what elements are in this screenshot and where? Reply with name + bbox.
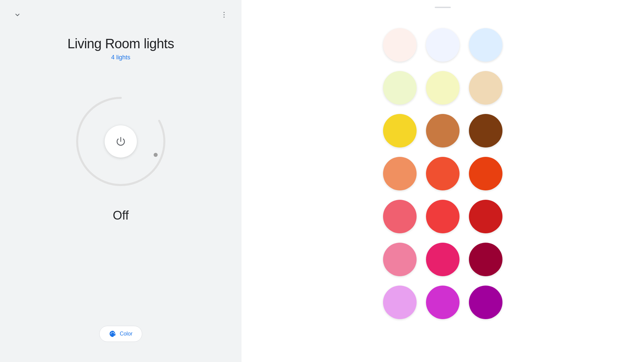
svg-point-1 bbox=[224, 14, 225, 15]
color-magenta[interactable] bbox=[426, 286, 460, 319]
svg-point-4 bbox=[154, 153, 158, 157]
back-button[interactable] bbox=[11, 8, 24, 21]
color-button[interactable]: Color bbox=[99, 326, 142, 342]
color-yellow[interactable] bbox=[383, 114, 417, 147]
svg-point-6 bbox=[111, 332, 112, 333]
color-salmon[interactable] bbox=[383, 200, 417, 233]
color-coral[interactable] bbox=[426, 157, 460, 190]
color-red[interactable] bbox=[469, 200, 502, 233]
more-icon bbox=[220, 11, 228, 19]
power-icon bbox=[115, 135, 127, 147]
color-lavender[interactable] bbox=[383, 286, 417, 319]
color-orange-brown[interactable] bbox=[426, 114, 460, 147]
color-light-orange[interactable] bbox=[383, 157, 417, 190]
color-white[interactable] bbox=[426, 28, 460, 62]
palette-icon bbox=[109, 330, 116, 338]
svg-point-0 bbox=[224, 12, 225, 13]
color-dark-brown[interactable] bbox=[469, 114, 502, 147]
power-button[interactable] bbox=[105, 125, 137, 158]
room-title: Living Room lights bbox=[67, 36, 174, 51]
color-warm-white[interactable] bbox=[383, 28, 417, 62]
svg-point-2 bbox=[224, 17, 225, 18]
color-pale-yellow[interactable] bbox=[426, 71, 460, 105]
chevron-down-icon bbox=[13, 11, 21, 19]
color-cool-white[interactable] bbox=[469, 28, 502, 62]
color-grid bbox=[383, 21, 502, 326]
drag-handle bbox=[435, 7, 451, 8]
color-tomato[interactable] bbox=[426, 200, 460, 233]
color-crimson[interactable] bbox=[469, 243, 502, 276]
svg-point-8 bbox=[114, 333, 115, 334]
right-panel bbox=[241, 0, 644, 362]
lights-count: 4 lights bbox=[67, 54, 174, 61]
svg-point-5 bbox=[110, 333, 111, 334]
color-warm-tan[interactable] bbox=[469, 71, 502, 105]
off-label: Off bbox=[113, 208, 128, 223]
title-section: Living Room lights 4 lights bbox=[67, 36, 174, 61]
color-deep-orange[interactable] bbox=[469, 157, 502, 190]
color-hot-pink[interactable] bbox=[426, 243, 460, 276]
left-panel: Living Room lights 4 lights Off Color bbox=[0, 0, 241, 362]
color-button-label: Color bbox=[120, 331, 132, 337]
color-light-pink[interactable] bbox=[383, 243, 417, 276]
svg-point-7 bbox=[113, 332, 114, 333]
color-purple[interactable] bbox=[469, 286, 502, 319]
dial-container bbox=[67, 88, 174, 195]
top-bar bbox=[0, 0, 241, 29]
more-button[interactable] bbox=[217, 8, 231, 21]
color-light-green[interactable] bbox=[383, 71, 417, 105]
